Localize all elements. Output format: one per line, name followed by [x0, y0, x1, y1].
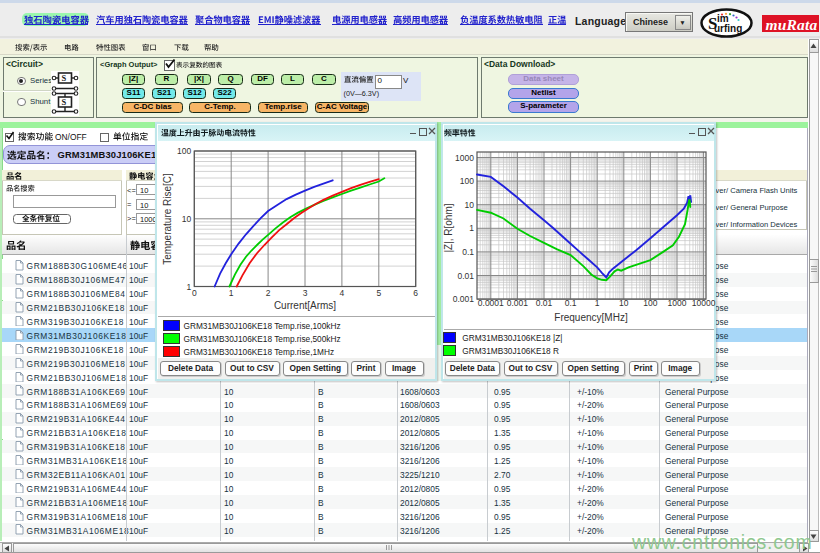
svg-text:2: 2: [266, 288, 271, 298]
svg-text:3: 3: [303, 288, 308, 298]
svg-text:Current[Arms]: Current[Arms]: [274, 300, 336, 311]
svg-text:S: S: [62, 97, 67, 107]
svg-text:10: 10: [182, 214, 192, 224]
svg-text:0.01: 0.01: [536, 298, 553, 308]
svg-text:10: 10: [619, 298, 629, 308]
svg-text:0.001: 0.001: [453, 294, 475, 304]
svg-text:100: 100: [177, 146, 191, 156]
svg-text:10000: 10000: [692, 298, 716, 308]
svg-text:1: 1: [229, 288, 234, 298]
svg-text:1: 1: [469, 223, 474, 233]
svg-text:0: 0: [192, 288, 197, 298]
svg-text:Frequency[MHz]: Frequency[MHz]: [554, 312, 628, 323]
svg-text:0.0001: 0.0001: [478, 298, 504, 308]
svg-text:4: 4: [340, 288, 345, 298]
svg-text:Temperature Rise[C]: Temperature Rise[C]: [162, 173, 173, 265]
svg-text:1000: 1000: [455, 153, 474, 163]
svg-text:10: 10: [465, 200, 475, 210]
svg-text:100: 100: [460, 176, 474, 186]
svg-text:1: 1: [595, 298, 600, 308]
svg-text:0.001: 0.001: [507, 298, 529, 308]
svg-text:S: S: [708, 14, 717, 33]
svg-text:0.1: 0.1: [565, 298, 577, 308]
svg-text:1000: 1000: [668, 298, 687, 308]
svg-text:0.01: 0.01: [457, 271, 474, 281]
svg-text:1: 1: [187, 282, 192, 292]
svg-text:S: S: [62, 73, 67, 83]
svg-text:urfing: urfing: [714, 23, 742, 34]
svg-text:0.1: 0.1: [462, 247, 474, 257]
svg-text:6: 6: [413, 288, 418, 298]
svg-text:5: 5: [376, 288, 381, 298]
svg-text:100: 100: [643, 298, 657, 308]
svg-text:|Z|, R[ohm]: |Z|, R[ohm]: [443, 203, 454, 252]
